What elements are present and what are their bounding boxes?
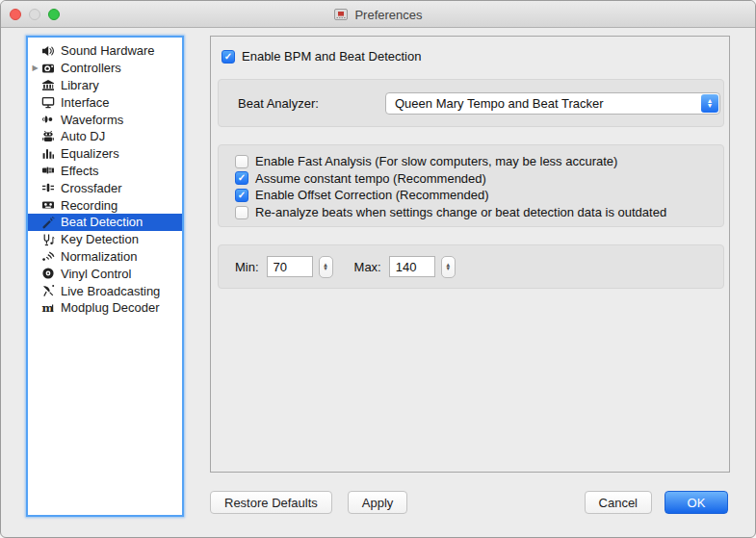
titlebar-center: Preferences: [1, 1, 755, 28]
ok-button[interactable]: OK: [665, 491, 728, 514]
sidebar-item-label: Controllers: [61, 61, 121, 75]
modplug-icon: m: [40, 301, 56, 315]
sidebar-item-label: Vinyl Control: [61, 267, 131, 281]
sidebar-item-label: Auto DJ: [61, 129, 105, 143]
sidebar-item-label: Effects: [61, 164, 99, 178]
satellite-icon: [40, 284, 56, 297]
traffic-lights: [10, 9, 60, 20]
sidebar-item-label: Equalizers: [61, 146, 119, 161]
sidebar-item-vinyl-control[interactable]: Vinyl Control: [28, 265, 182, 282]
sidebar-item-waveforms[interactable]: Waveforms: [28, 111, 182, 128]
preferences-category-list[interactable]: Sound Hardware▶ControllersLibraryInterfa…: [26, 36, 184, 517]
close-button[interactable]: [10, 9, 21, 20]
speaker-icon: [40, 44, 56, 58]
checkbox-label: Assume constant tempo (Recommended): [255, 171, 486, 186]
footer-right-buttons: Cancel OK: [585, 491, 728, 514]
enable-bpm-label: Enable BPM and Beat Detection: [242, 49, 421, 64]
choose-analyzer-group: Beat Analyzer: Queen Mary Tempo and Beat…: [218, 79, 724, 127]
checkbox-row-enable-fast-analysis[interactable]: Enable Fast Analysis (For slow computers…: [235, 153, 723, 170]
sidebar-item-recording[interactable]: Recording: [28, 196, 182, 214]
min-bpm-input[interactable]: [267, 256, 313, 277]
sidebar-item-live-broadcasting[interactable]: Live Broadcasting: [28, 282, 182, 299]
robot-icon: [40, 130, 56, 143]
svg-text:m: m: [42, 301, 54, 315]
beat-analyzer-label: Beat Analyzer:: [238, 96, 385, 111]
footer-left-buttons: Restore Defaults Apply: [210, 491, 407, 514]
sidebar-item-modplug-decoder[interactable]: mModplug Decoder: [28, 299, 182, 317]
checkbox-checked-icon[interactable]: [235, 171, 248, 185]
cancel-button[interactable]: Cancel: [585, 491, 652, 514]
checkbox-label: Re-analyze beats when settings change or…: [255, 205, 666, 219]
checkbox-label: Enable Fast Analysis (For slow computers…: [255, 154, 617, 168]
min-bpm-stepper[interactable]: ▴▾: [319, 256, 333, 278]
zoom-button[interactable]: [48, 9, 60, 20]
sidebar-item-crossfader[interactable]: Crossfader: [28, 179, 182, 196]
checkbox-unchecked-icon[interactable]: [235, 206, 248, 219]
max-bpm-input[interactable]: [389, 256, 435, 277]
preferences-window: Preferences Sound Hardware▶ControllersLi…: [0, 0, 756, 538]
max-label: Max:: [354, 260, 381, 274]
beat-analyzer-select[interactable]: Queen Mary Tempo and Beat Tracker ▴▾: [385, 92, 720, 115]
waveform-icon: [40, 113, 56, 126]
sidebar-item-label: Modplug Decoder: [61, 300, 160, 315]
sidebar-item-label: Key Detection: [61, 232, 139, 246]
sidebar-item-key-detection[interactable]: Key Detection: [28, 231, 182, 248]
max-bpm-stepper[interactable]: ▴▾: [441, 256, 456, 278]
checkbox-unchecked-icon[interactable]: [235, 155, 248, 168]
wand-icon: [40, 216, 56, 229]
sidebar-item-beat-detection[interactable]: Beat Detection: [28, 214, 182, 231]
dropdown-arrows-icon: ▴▾: [701, 94, 718, 113]
restore-defaults-button[interactable]: Restore Defaults: [210, 491, 332, 514]
checkbox-row-assume-constant-tempo[interactable]: Assume constant tempo (Recommended): [235, 170, 723, 188]
checkbox-row-re-analyze-beats-when-settings-change-or-beat-detection-data-is-outdated[interactable]: Re-analyze beats when settings change or…: [235, 204, 723, 221]
equalizer-icon: [40, 147, 56, 161]
sidebar-item-label: Waveforms: [61, 113, 123, 127]
library-icon: [40, 78, 56, 91]
sidebar-item-effects[interactable]: Effects: [28, 163, 182, 180]
vinyl-icon: [40, 267, 56, 280]
disclosure-triangle-icon[interactable]: ▶: [30, 64, 40, 72]
beat-detection-pane: Enable BPM and Beat Detection Choose Ana…: [210, 36, 730, 473]
sidebar-item-label: Sound Hardware: [61, 43, 155, 58]
cassette-icon: [40, 198, 56, 212]
checkbox-checked-icon[interactable]: [235, 189, 248, 202]
sidebar-item-controllers[interactable]: ▶Controllers: [28, 60, 182, 77]
sidebar-item-library[interactable]: Library: [28, 77, 182, 94]
tuning-fork-icon: [40, 233, 56, 246]
titlebar[interactable]: Preferences: [1, 1, 755, 28]
enable-bpm-checkbox-row[interactable]: Enable BPM and Beat Detection: [222, 49, 421, 64]
sidebar-item-equalizers[interactable]: Equalizers: [28, 145, 182, 163]
sidebar-item-normalization[interactable]: Normalization: [28, 248, 182, 266]
monitor-icon: [40, 95, 56, 109]
soundwave-icon: [40, 249, 56, 263]
sidebar-item-label: Live Broadcasting: [61, 284, 160, 298]
preferences-app-icon: [333, 7, 349, 22]
minimize-button[interactable]: [29, 9, 40, 20]
checkbox-checked-icon[interactable]: [222, 50, 235, 64]
sidebar-item-sound-hardware[interactable]: Sound Hardware: [28, 42, 182, 60]
window-title: Preferences: [354, 8, 422, 22]
sidebar-item-label: Crossfader: [61, 181, 122, 195]
sidebar-item-interface[interactable]: Interface: [28, 93, 182, 111]
sidebar-item-label: Interface: [61, 95, 110, 110]
crossfader-icon: [40, 181, 56, 194]
sidebar-item-label: Library: [61, 78, 99, 92]
sidebar-item-auto-dj[interactable]: Auto DJ: [28, 128, 182, 145]
bpm-range-group: Min: ▴▾ Max: ▴▾: [218, 244, 724, 289]
sidebar-item-label: Beat Detection: [61, 215, 143, 229]
controller-icon: [40, 62, 56, 75]
sidebar-item-label: Normalization: [61, 249, 137, 264]
checkbox-row-enable-offset-correction[interactable]: Enable Offset Correction (Recommended): [235, 187, 723, 204]
beat-analyzer-selected-value: Queen Mary Tempo and Beat Tracker: [395, 96, 604, 111]
min-label: Min:: [235, 260, 259, 274]
checkbox-label: Enable Offset Correction (Recommended): [255, 188, 489, 202]
effects-icon: [40, 164, 56, 177]
analyzer-settings-group: Enable Fast Analysis (For slow computers…: [218, 144, 724, 227]
apply-button[interactable]: Apply: [348, 491, 408, 514]
sidebar-item-label: Recording: [61, 198, 117, 213]
